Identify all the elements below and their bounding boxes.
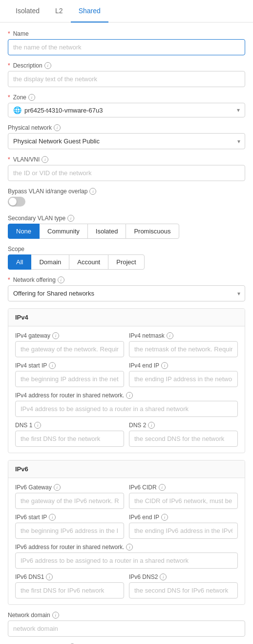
ipv6-start-ip-field: IPv6 start IP i	[15, 514, 124, 539]
ipv6-end-ip-info-icon[interactable]: i	[161, 514, 168, 521]
ipv4-startip-endip-row: IPv4 start IP i IPv4 end IP i	[15, 362, 238, 387]
name-label: * Name	[8, 30, 245, 37]
ipv4-netmask-info-icon[interactable]: i	[167, 332, 173, 339]
network-domain-input[interactable]	[8, 621, 245, 637]
vlan-field-group: * VLAN/VNI i	[8, 156, 245, 181]
network-offering-label: * Network offering i	[8, 276, 245, 283]
ipv6-end-ip-label: IPv6 end IP i	[129, 514, 238, 521]
ipv6-gateway-cidr-row: IPv6 Gateway i IPv6 CIDR i	[15, 484, 238, 509]
secondary-vlan-label: Secondary VLAN type i	[8, 215, 245, 222]
network-offering-field-group: * Network offering i Offering for Shared…	[8, 276, 245, 301]
physical-network-select-wrapper: Physical Network Guest Public	[8, 133, 245, 149]
ipv4-section-content: IPv4 gateway i IPv4 netmask i IPv4 s	[8, 326, 245, 453]
ipv6-start-ip-info-icon[interactable]: i	[49, 514, 56, 521]
ipv6-router-info-icon[interactable]: i	[126, 544, 133, 551]
physical-network-label: Physical network i	[8, 124, 245, 131]
zone-label-text: Zone	[13, 94, 26, 101]
network-domain-info-icon[interactable]: i	[52, 612, 59, 619]
ipv6-dns1-input[interactable]	[15, 582, 124, 598]
secondary-vlan-info-icon[interactable]: i	[67, 215, 74, 222]
ipv4-dns2-label: DNS 2 i	[129, 422, 238, 429]
ipv6-end-ip-input[interactable]	[129, 523, 238, 539]
ipv4-start-ip-info-icon[interactable]: i	[49, 362, 56, 369]
ipv6-router-address-field: IPv6 address for router in shared networ…	[15, 544, 238, 569]
description-required: *	[8, 62, 10, 69]
ipv6-dns2-input[interactable]	[129, 582, 238, 598]
description-label-text: Description	[13, 62, 42, 69]
ipv6-dns1-label: IPv6 DNS1 i	[15, 574, 124, 580]
vlan-info-icon[interactable]: i	[42, 156, 48, 163]
ipv6-end-ip-field: IPv6 end IP i	[129, 514, 238, 539]
ipv6-gateway-info-icon[interactable]: i	[54, 484, 61, 491]
ipv4-netmask-input[interactable]	[129, 341, 238, 357]
tab-l2[interactable]: L2	[47, 0, 71, 23]
ipv6-dns2-info-icon[interactable]: i	[160, 574, 167, 580]
ipv4-end-ip-info-icon[interactable]: i	[161, 362, 168, 369]
ipv6-section-content: IPv6 Gateway i IPv6 CIDR i IPv6 star	[8, 478, 245, 604]
ipv6-gateway-input[interactable]	[15, 493, 124, 509]
vlan-label-text: VLAN/VNI	[13, 156, 40, 163]
ipv6-dns-row: IPv6 DNS1 i IPv6 DNS2 i	[15, 574, 238, 598]
ipv6-cidr-label: IPv6 CIDR i	[129, 484, 238, 491]
ipv6-cidr-input[interactable]	[129, 493, 238, 509]
ipv6-gateway-label: IPv6 Gateway i	[15, 484, 124, 491]
network-domain-label-text: Network domain	[8, 612, 50, 619]
name-field-group: * Name	[8, 30, 245, 55]
scope-all-btn[interactable]: All	[8, 254, 31, 270]
physical-network-field-group: Physical network i Physical Network Gues…	[8, 124, 245, 149]
scope-label-text: Scope	[8, 246, 24, 253]
scope-project-btn[interactable]: Project	[108, 254, 144, 270]
zone-info-icon[interactable]: i	[28, 94, 35, 101]
ipv6-cidr-info-icon[interactable]: i	[159, 484, 166, 491]
ipv4-dns1-input[interactable]	[15, 431, 124, 447]
description-info-icon[interactable]: i	[44, 62, 51, 69]
ipv4-end-ip-label: IPv4 end IP i	[129, 362, 238, 369]
ipv4-router-input[interactable]	[15, 401, 238, 417]
ipv4-dns2-info-icon[interactable]: i	[148, 422, 155, 429]
network-domain-label: Network domain i	[8, 612, 245, 619]
name-required: *	[8, 30, 10, 37]
ipv4-gateway-info-icon[interactable]: i	[52, 332, 59, 339]
ipv4-end-ip-input[interactable]	[129, 371, 238, 387]
ipv6-startip-endip-row: IPv6 start IP i IPv6 end IP i	[15, 514, 238, 539]
secondary-vlan-community-btn[interactable]: Community	[39, 224, 88, 239]
zone-select-wrapper[interactable]: 🌐 pr6425-t4310-vmware-67u3 ▾	[8, 103, 245, 117]
tab-bar: Isolated L2 Shared	[0, 0, 253, 23]
secondary-vlan-isolated-btn[interactable]: Isolated	[87, 224, 126, 239]
tab-shared[interactable]: Shared	[71, 0, 108, 23]
ipv4-router-info-icon[interactable]: i	[126, 392, 133, 399]
description-input[interactable]	[8, 71, 245, 87]
ipv4-start-ip-input[interactable]	[15, 371, 124, 387]
ipv4-gateway-field: IPv4 gateway i	[15, 332, 124, 357]
ipv4-start-ip-label: IPv4 start IP i	[15, 362, 124, 369]
zone-value: pr6425-t4310-vmware-67u3	[24, 107, 237, 114]
tab-isolated[interactable]: Isolated	[8, 0, 47, 23]
ipv6-dns1-info-icon[interactable]: i	[46, 574, 53, 580]
ipv4-netmask-field: IPv4 netmask i	[129, 332, 238, 357]
scope-domain-btn[interactable]: Domain	[31, 254, 69, 270]
physical-network-info-icon[interactable]: i	[54, 124, 61, 131]
ipv6-start-ip-input[interactable]	[15, 523, 124, 539]
vlan-input[interactable]	[8, 165, 245, 181]
bypass-vlan-toggle[interactable]	[8, 197, 25, 207]
secondary-vlan-promiscuous-btn[interactable]: Promiscuous	[126, 224, 179, 239]
bypass-vlan-field-group: Bypass VLAN id/range overlap i	[8, 188, 245, 208]
network-offering-select[interactable]: Offering for Shared networks	[8, 285, 245, 301]
ipv4-netmask-label: IPv4 netmask i	[129, 332, 238, 339]
zone-required: *	[8, 94, 10, 101]
ipv4-dns1-info-icon[interactable]: i	[34, 422, 41, 429]
ipv4-gateway-input[interactable]	[15, 341, 124, 357]
network-offering-info-icon[interactable]: i	[58, 276, 64, 283]
network-offering-required: *	[8, 276, 10, 283]
ipv4-dns2-input[interactable]	[129, 431, 238, 447]
secondary-vlan-none-btn[interactable]: None	[8, 224, 40, 239]
scope-account-btn[interactable]: Account	[69, 254, 108, 270]
ipv6-gateway-field: IPv6 Gateway i	[15, 484, 124, 509]
bypass-vlan-info-icon[interactable]: i	[89, 188, 96, 195]
name-input[interactable]	[8, 39, 245, 55]
ipv6-router-input[interactable]	[15, 552, 238, 569]
ipv6-cidr-field: IPv6 CIDR i	[129, 484, 238, 509]
secondary-vlan-field-group: Secondary VLAN type i None Community Iso…	[8, 215, 245, 239]
physical-network-select[interactable]: Physical Network Guest Public	[8, 133, 245, 149]
ipv4-section-title: IPv4	[8, 309, 245, 326]
